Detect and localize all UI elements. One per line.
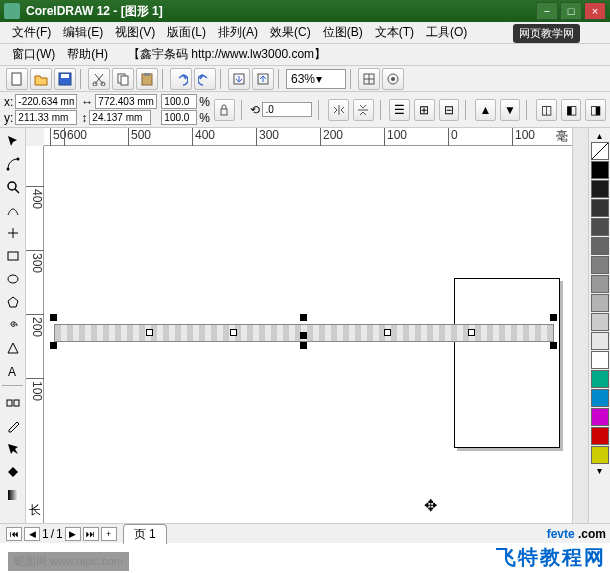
selection-handle[interactable] — [550, 314, 557, 321]
text-tool[interactable]: A — [2, 360, 24, 382]
swatch[interactable] — [591, 294, 609, 312]
swatch[interactable] — [591, 218, 609, 236]
import-button[interactable] — [228, 68, 250, 90]
align-button[interactable]: ☰ — [389, 99, 410, 121]
interactive-fill-tool[interactable] — [2, 484, 24, 506]
combine-button[interactable]: ◫ — [536, 99, 557, 121]
node-handle[interactable] — [468, 329, 475, 336]
ellipse-tool[interactable] — [2, 268, 24, 290]
menu-view[interactable]: 视图(V) — [109, 22, 161, 43]
open-button[interactable] — [30, 68, 52, 90]
menu-bitmap[interactable]: 位图(B) — [317, 22, 369, 43]
options-button[interactable] — [382, 68, 404, 90]
menu-file[interactable]: 文件(F) — [6, 22, 57, 43]
snap-button[interactable] — [358, 68, 380, 90]
freehand-tool[interactable] — [2, 199, 24, 221]
export-button[interactable] — [252, 68, 274, 90]
ruler-vertical[interactable]: 400 300 200 100 长 — [26, 146, 44, 523]
mirror-v-button[interactable] — [353, 99, 374, 121]
page-last[interactable]: ⏭ — [83, 527, 99, 541]
node-handle[interactable] — [230, 329, 237, 336]
polygon-tool[interactable] — [2, 291, 24, 313]
new-button[interactable] — [6, 68, 28, 90]
menu-arrange[interactable]: 排列(A) — [212, 22, 264, 43]
swatch[interactable] — [591, 389, 609, 407]
swatch[interactable] — [591, 427, 609, 445]
menu-edit[interactable]: 编辑(E) — [57, 22, 109, 43]
selection-handle[interactable] — [50, 342, 57, 349]
eyedropper-tool[interactable] — [2, 415, 24, 437]
swatch[interactable] — [591, 313, 609, 331]
page-prev[interactable]: ◀ — [24, 527, 40, 541]
blend-tool[interactable] — [2, 392, 24, 414]
selection-handle[interactable] — [300, 342, 307, 349]
rectangle-tool[interactable] — [2, 245, 24, 267]
zoom-tool[interactable] — [2, 176, 24, 198]
mirror-h-button[interactable] — [328, 99, 349, 121]
close-button[interactable]: × — [584, 2, 606, 20]
selection-handle[interactable] — [300, 332, 307, 339]
node-handle[interactable] — [146, 329, 153, 336]
rotation-input[interactable] — [262, 102, 312, 117]
pick-tool[interactable] — [2, 130, 24, 152]
swatch[interactable] — [591, 332, 609, 350]
to-front-button[interactable]: ▲ — [475, 99, 496, 121]
break-button[interactable]: ◧ — [561, 99, 582, 121]
page-first[interactable]: ⏮ — [6, 527, 22, 541]
selection-handle[interactable] — [550, 342, 557, 349]
spiral-tool[interactable] — [2, 314, 24, 336]
outline-tool[interactable] — [2, 438, 24, 460]
width-input[interactable] — [95, 94, 157, 109]
height-input[interactable] — [89, 110, 151, 125]
x-input[interactable] — [15, 94, 77, 109]
selection-handle[interactable] — [50, 314, 57, 321]
palette-down[interactable]: ▾ — [591, 465, 608, 476]
canvas[interactable]: ✥ — [44, 146, 572, 523]
minimize-button[interactable]: − — [536, 2, 558, 20]
swatch[interactable] — [591, 199, 609, 217]
swatch-none[interactable] — [591, 142, 609, 160]
menu-text[interactable]: 文本(T) — [369, 22, 420, 43]
maximize-button[interactable]: □ — [560, 2, 582, 20]
paste-button[interactable] — [136, 68, 158, 90]
palette-up[interactable]: ▴ — [591, 130, 608, 141]
swatch[interactable] — [591, 408, 609, 426]
group-button[interactable]: ⊞ — [414, 99, 435, 121]
zoom-combo[interactable]: 63%▾ — [286, 69, 346, 89]
swatch[interactable] — [591, 370, 609, 388]
ungroup-button[interactable]: ⊟ — [439, 99, 460, 121]
page-add[interactable]: + — [101, 527, 117, 541]
menu-window[interactable]: 窗口(W) — [6, 44, 61, 65]
lock-ratio-button[interactable] — [214, 99, 235, 121]
scale-y-input[interactable] — [161, 110, 197, 125]
scale-x-input[interactable] — [161, 94, 197, 109]
shape-tool[interactable] — [2, 153, 24, 175]
page-next[interactable]: ▶ — [65, 527, 81, 541]
cut-button[interactable] — [88, 68, 110, 90]
redo-button[interactable] — [194, 68, 216, 90]
swatch[interactable] — [591, 237, 609, 255]
swatch[interactable] — [591, 446, 609, 464]
basic-shapes-tool[interactable] — [2, 337, 24, 359]
selection-handle[interactable] — [300, 314, 307, 321]
swatch[interactable] — [591, 161, 609, 179]
ruler-horizontal[interactable]: 50 600 500 400 300 200 100 0 100 毫米 — [44, 128, 572, 146]
to-back-button[interactable]: ▼ — [500, 99, 521, 121]
swatch[interactable] — [591, 180, 609, 198]
save-button[interactable] — [54, 68, 76, 90]
copy-button[interactable] — [112, 68, 134, 90]
swatch[interactable] — [591, 275, 609, 293]
menu-tools[interactable]: 工具(O) — [420, 22, 473, 43]
weld-button[interactable]: ◨ — [585, 99, 606, 121]
scrollbar-vertical[interactable] — [572, 128, 588, 523]
node-handle[interactable] — [384, 329, 391, 336]
page-tab[interactable]: 页 1 — [123, 524, 167, 544]
undo-button[interactable] — [170, 68, 192, 90]
menu-effects[interactable]: 效果(C) — [264, 22, 317, 43]
y-input[interactable] — [15, 110, 77, 125]
swatch[interactable] — [591, 256, 609, 274]
menu-help[interactable]: 帮助(H) — [61, 44, 114, 65]
smart-draw-tool[interactable] — [2, 222, 24, 244]
menu-layout[interactable]: 版面(L) — [161, 22, 212, 43]
fill-tool[interactable] — [2, 461, 24, 483]
